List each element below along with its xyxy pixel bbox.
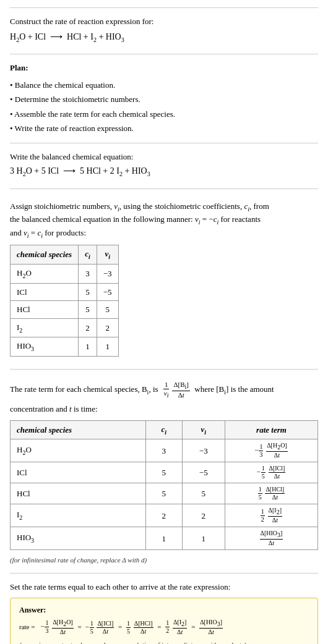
plan-step-4: Write the rate of reaction expression. xyxy=(10,121,318,135)
table-row: ICl 5 −5 −15 Δ[ICl]Δt xyxy=(11,462,318,483)
stoich-intro: Assign stoichiometric numbers, νi, using… xyxy=(10,200,318,240)
plan-label: Plan: xyxy=(10,62,318,74)
species-hcl: HCl xyxy=(11,483,146,504)
balanced-section: Write the balanced chemical equation: 3 … xyxy=(10,143,318,188)
col-rate-term: rate term xyxy=(225,420,317,439)
col-vi: νi xyxy=(97,245,118,265)
rate-table-footnote: (for infinitesimal rate of change, repla… xyxy=(10,555,318,566)
col-vi: νi xyxy=(182,420,225,439)
col-species: chemical species xyxy=(11,245,79,265)
stoich-table: chemical species ci νi H2O 3 −3 ICl 5 −5… xyxy=(10,245,119,356)
table-row: I2 2 2 xyxy=(11,318,119,337)
construct-label: Construct the rate of reaction expressio… xyxy=(10,15,318,28)
stoich-section: Assign stoichiometric numbers, νi, using… xyxy=(10,189,318,369)
rate-fraction: 1 νi xyxy=(163,381,170,399)
species-i2: I2 xyxy=(11,504,146,527)
term-hio3: Δ[HIO3]Δt xyxy=(199,618,223,635)
answer-footnote: (assuming constant volume and no accumul… xyxy=(19,640,309,644)
balanced-equation: 3 H2O + 5 ICl ⟶ 5 HCl + 2 I2 + HIO3 xyxy=(10,164,318,179)
table-row: HCl 5 5 xyxy=(11,301,119,319)
plan-step-3: Assemble the rate term for each chemical… xyxy=(10,107,318,121)
col-ci: ci xyxy=(79,245,97,265)
plan-step-1: Balance the chemical equation. xyxy=(10,78,318,92)
species-h2o: H2O xyxy=(11,265,79,284)
term-icl: −15 Δ[ICl]Δt xyxy=(85,619,114,635)
term-hcl: 15 Δ[HCl]Δt xyxy=(126,619,154,635)
table-row: ICl 5 −5 xyxy=(11,283,119,301)
table-row: HIO3 1 1 xyxy=(11,337,119,357)
species-h2o: H2O xyxy=(11,439,146,462)
construct-section: Construct the rate of reaction expressio… xyxy=(10,7,318,54)
species-icl: ICl xyxy=(11,462,146,483)
plan-step-2: Determine the stoichiometric numbers. xyxy=(10,92,318,106)
col-species: chemical species xyxy=(11,420,146,439)
reaction-display: H2O + ICl ⟶ HCl + I2 + HIO3 xyxy=(10,30,318,44)
rate-expression: rate = −13 Δ[H2O]Δt = −15 Δ[ICl]Δt = 15 … xyxy=(19,618,309,635)
answer-box: Answer: rate = −13 Δ[H2O]Δt = −15 Δ[ICl]… xyxy=(10,598,318,644)
rate-label: rate = xyxy=(19,619,35,635)
answer-label: Answer: xyxy=(19,604,309,616)
concentration-note: concentration and t is time: xyxy=(10,403,318,415)
table-row: H2O 3 −3 xyxy=(11,265,119,284)
term-i2: 12 Δ[I2]Δt xyxy=(165,618,188,635)
species-hio3: HIO3 xyxy=(11,527,146,550)
balanced-label: Write the balanced chemical equation: xyxy=(10,151,318,163)
term-h2o: −13 Δ[H2O]Δt xyxy=(40,618,74,635)
plan-list: Balance the chemical equation. Determine… xyxy=(10,78,318,136)
species-hio3: HIO3 xyxy=(11,337,79,357)
species-i2: I2 xyxy=(11,318,79,337)
delta-fraction: Δ[Bi] Δt xyxy=(172,381,190,399)
answer-section: Set the rate terms equal to each other t… xyxy=(10,573,318,644)
table-row: HCl 5 5 15 Δ[HCl]Δt xyxy=(11,483,318,504)
col-ci: ci xyxy=(145,420,182,439)
rate-term-section: The rate term for each chemical species,… xyxy=(10,369,318,573)
table-row: HIO3 1 1 Δ[HIO3]Δt xyxy=(11,527,318,550)
table-row: I2 2 2 12 Δ[I2]Δt xyxy=(11,504,318,527)
set-equal-text: Set the rate terms equal to each other t… xyxy=(10,581,318,593)
table-row: H2O 3 −3 −13 Δ[H2O]Δt xyxy=(11,439,318,462)
plan-section: Plan: Balance the chemical equation. Det… xyxy=(10,54,318,143)
species-hcl: HCl xyxy=(11,301,79,319)
rate-term-intro: The rate term for each chemical species,… xyxy=(10,381,318,399)
species-icl: ICl xyxy=(11,283,79,301)
rate-term-table: chemical species ci νi rate term H2O 3 −… xyxy=(10,420,318,551)
